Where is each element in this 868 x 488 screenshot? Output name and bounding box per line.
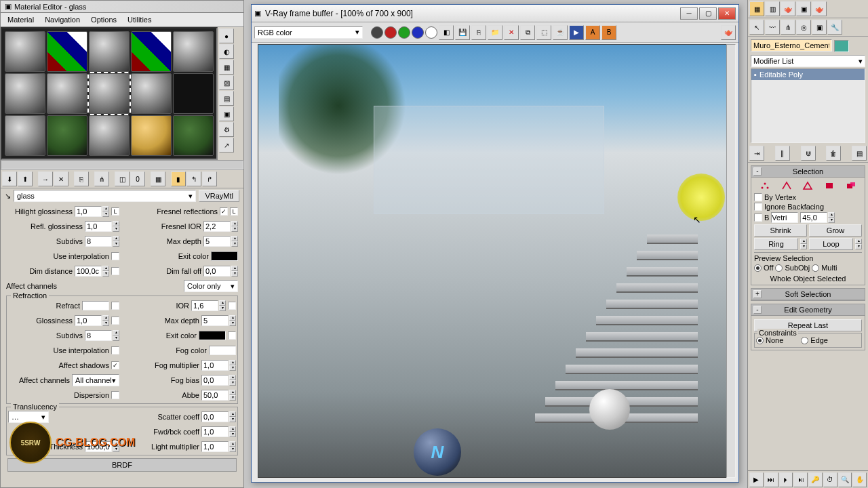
zoom-icon[interactable]: 🔍 [838, 472, 852, 487]
compare-a-icon[interactable]: A [585, 25, 600, 40]
hilight-gloss-input[interactable] [75, 206, 102, 217]
close-button[interactable]: ✕ [718, 7, 736, 20]
next-frame-icon[interactable]: ⏯ [793, 472, 808, 487]
sample-slot-active[interactable] [89, 73, 130, 114]
subdivs-input[interactable] [85, 236, 112, 247]
sample-type-icon[interactable]: ● [219, 28, 234, 43]
abbe-input[interactable] [201, 390, 229, 401]
video-check-icon[interactable]: ▤ [219, 91, 234, 106]
hierarchy-tab-icon[interactable]: 🫖 [781, 1, 795, 16]
edge-subobj-icon[interactable] [781, 181, 792, 190]
refr-maxd-input[interactable] [201, 315, 229, 326]
material-name-dropdown[interactable]: glass▾ [14, 190, 196, 202]
motion-tab-icon[interactable]: ▣ [796, 1, 811, 16]
minimize-button[interactable]: ─ [680, 7, 698, 20]
refr-interp-checkbox[interactable] [111, 346, 119, 354]
sample-uv-icon[interactable]: ▨ [219, 75, 234, 90]
show-in-vp-icon[interactable]: ▦ [151, 171, 165, 186]
modify-tab-icon[interactable]: ▥ [765, 1, 780, 16]
grow-button[interactable]: Grow [809, 224, 862, 237]
play-icon[interactable]: ⏵ [779, 472, 793, 487]
menu-options[interactable]: Options [85, 14, 122, 25]
rollout-toggle[interactable]: + [753, 290, 762, 298]
sample-slot[interactable] [47, 115, 87, 156]
sample-slot[interactable] [131, 115, 172, 156]
time-config-icon[interactable]: ⏱ [823, 472, 837, 487]
modifier-stack[interactable]: ▪Editable Poly [751, 68, 865, 143]
save-icon[interactable]: 💾 [455, 25, 470, 40]
get-material-icon[interactable]: ⬇ [2, 171, 17, 186]
go-forward-icon[interactable]: ↱ [202, 171, 217, 186]
fwdback-input[interactable] [201, 426, 229, 437]
mat-id-icon[interactable]: 0 [130, 171, 145, 186]
shrink-button[interactable]: Shrink [754, 224, 807, 237]
fresnel-checkbox[interactable]: ✓ [220, 207, 228, 216]
fog-mult-input[interactable] [201, 360, 229, 371]
alpha-channel-icon[interactable] [425, 26, 437, 39]
reset-icon[interactable]: ✕ [54, 171, 68, 186]
by-vertex-checkbox[interactable] [754, 193, 762, 201]
dim-checkbox[interactable] [111, 267, 119, 275]
put-to-scene-icon[interactable]: ⬆ [18, 171, 33, 186]
loop-button[interactable]: Loop [809, 238, 853, 250]
make-copy-icon[interactable]: ⎘ [74, 171, 89, 186]
polygon-subobj-icon[interactable] [824, 181, 835, 190]
region-icon[interactable]: ☕ [553, 25, 568, 40]
sample-scroll[interactable] [1, 160, 243, 169]
go-parent-icon[interactable]: ↰ [186, 171, 201, 186]
rollout-toggle[interactable]: - [753, 167, 762, 176]
constraint-none-radio[interactable] [756, 337, 764, 344]
globe-icon[interactable]: ◎ [796, 20, 811, 35]
clone-icon[interactable]: ⧉ [520, 25, 535, 40]
remove-mod-icon[interactable]: 🗑 [826, 146, 841, 161]
blue-channel-icon[interactable] [412, 26, 424, 39]
red-channel-icon[interactable] [384, 26, 397, 39]
sample-slot[interactable] [5, 115, 45, 156]
ignore-back-checkbox[interactable] [754, 203, 762, 211]
pin-stack-icon[interactable]: ⇥ [749, 146, 764, 161]
backlight-icon[interactable]: ◐ [219, 44, 234, 59]
preview-multi-radio[interactable] [812, 264, 819, 272]
constraint-edge-radio[interactable] [801, 337, 808, 344]
rollout-toggle[interactable]: - [753, 306, 762, 314]
refr-ior-input[interactable] [191, 300, 218, 311]
refract-map-btn[interactable] [111, 302, 119, 310]
compare-b-icon[interactable]: B [601, 25, 616, 40]
fresnel-ior-input[interactable] [203, 221, 231, 232]
sample-slot[interactable] [5, 73, 45, 114]
refr-affect-dropdown[interactable]: All channel▾ [72, 374, 119, 386]
vfb-vscroll[interactable] [726, 44, 736, 478]
refr-gloss-input[interactable] [75, 315, 102, 326]
make-unique-icon[interactable]: ⋔ [94, 171, 109, 186]
menu-material[interactable]: Material [2, 14, 39, 25]
clear-icon[interactable]: ✕ [504, 25, 519, 40]
preview-icon[interactable]: ▣ [219, 106, 234, 121]
show-end-result-icon[interactable]: ▮ [171, 171, 186, 186]
sample-slot[interactable] [173, 73, 214, 114]
hierarchy-icon[interactable]: ⋔ [781, 20, 795, 35]
angle-input[interactable] [800, 212, 827, 223]
by-field-input[interactable] [771, 212, 798, 223]
show-end-icon[interactable]: ‖ [775, 146, 790, 161]
channel-dropdown[interactable]: RGB color▾ [254, 26, 363, 39]
sample-slot[interactable] [131, 73, 172, 114]
create-tab-icon[interactable]: ▦ [749, 1, 764, 16]
sample-slot[interactable] [89, 115, 130, 156]
fog-bias-input[interactable] [201, 375, 229, 386]
save-all-icon[interactable]: ⎘ [471, 25, 486, 40]
scatter-input[interactable] [201, 411, 229, 422]
select-icon[interactable]: ↖ [749, 20, 764, 35]
affect-ch-dropdown[interactable]: Color only▾ [184, 280, 238, 292]
fog-color-swatch[interactable] [209, 346, 236, 355]
switch-rgb-icon[interactable] [371, 26, 383, 39]
sample-slot[interactable] [5, 31, 45, 72]
refl-gloss-input[interactable] [85, 221, 112, 232]
mono-icon[interactable]: ◧ [439, 25, 454, 40]
affect-shadows-checkbox[interactable]: ✓ [111, 361, 119, 369]
load-icon[interactable]: 📁 [488, 25, 502, 40]
object-name-input[interactable] [751, 39, 832, 52]
key-mode-icon[interactable]: 🔑 [808, 472, 823, 487]
object-color-swatch[interactable] [834, 40, 849, 52]
sample-slot[interactable] [173, 31, 214, 72]
link-pdplayer-icon[interactable]: ▶ [569, 25, 584, 40]
